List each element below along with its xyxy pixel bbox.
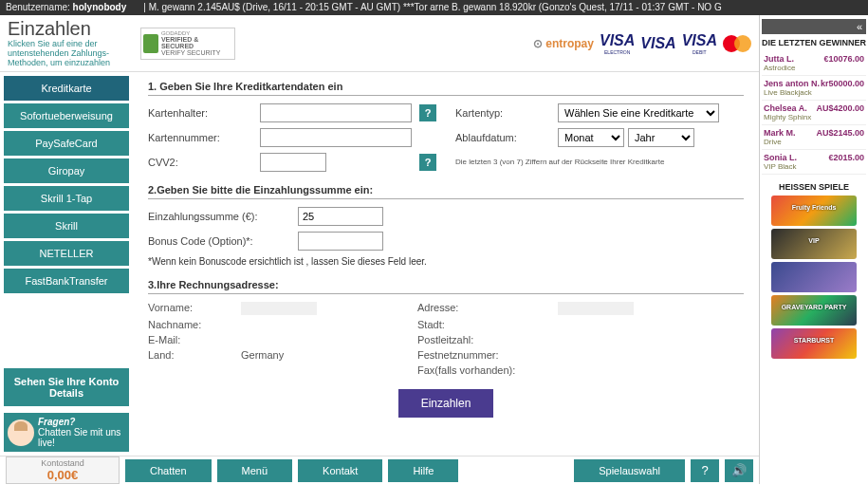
sidebar-item-kreditkarte[interactable]: Kreditkarte bbox=[4, 76, 129, 101]
address-value bbox=[558, 302, 634, 315]
zip-value bbox=[558, 334, 691, 345]
sidebar-item-fastbank[interactable]: FastBankTransfer bbox=[4, 269, 129, 293]
sound-icon[interactable]: 🔊 bbox=[725, 459, 753, 482]
mastercard-icon bbox=[723, 34, 751, 53]
bonus-input[interactable] bbox=[298, 232, 383, 251]
game-thumb[interactable]: VIP bbox=[771, 229, 857, 259]
cvv-input[interactable] bbox=[260, 153, 326, 172]
username-label: Benutzername: bbox=[6, 0, 70, 15]
payment-logos: ⊙ entropay VISAELECTRON VISA VISADEBIT bbox=[533, 32, 751, 55]
sidebar-item-neteller[interactable]: NETELLER bbox=[4, 241, 129, 266]
page-title: Einzahlen bbox=[8, 18, 140, 40]
lock-icon bbox=[143, 34, 158, 53]
lastname-value bbox=[241, 319, 374, 330]
balance-display: Kontostand 0,00€ bbox=[6, 456, 120, 484]
help-icon[interactable]: ? bbox=[419, 154, 436, 171]
hot-games-heading: HEISSEN SPIELE bbox=[762, 182, 866, 192]
sidebar-item-skrill-1tap[interactable]: Skrill 1-Tap bbox=[4, 186, 129, 211]
cardtype-select[interactable]: Wählen Sie eine Kreditkarte bbox=[558, 103, 719, 122]
section-1-heading: 1. Geben Sie Ihre Kreditkartendaten ein bbox=[148, 78, 744, 96]
cardholder-input[interactable] bbox=[260, 103, 412, 122]
cardtype-label: Kartentyp: bbox=[455, 107, 550, 119]
section-2-heading: 2.Geben Sie bitte die Einzahlungssumme e… bbox=[148, 181, 744, 199]
right-sidebar: « DIE LETZTEN GEWINNER Jutta L.€10076.00… bbox=[759, 15, 868, 484]
cardnumber-label: Kartennummer: bbox=[148, 132, 252, 143]
header: Einzahlen Klicken Sie auf eine der unten… bbox=[0, 15, 759, 72]
live-chat-button[interactable]: Fragen?Chatten Sie mit uns live! bbox=[4, 413, 129, 452]
chat-button[interactable]: Chatten bbox=[125, 459, 212, 482]
sidebar-item-skrill[interactable]: Skrill bbox=[4, 214, 129, 238]
sidebar-item-paysafecard[interactable]: PaySafeCard bbox=[4, 131, 129, 156]
sidebar-item-sofort[interactable]: Sofortueberweisung bbox=[4, 103, 129, 128]
lastname-label: Nachname: bbox=[148, 319, 233, 330]
cvv-label: CVV2: bbox=[148, 157, 252, 168]
game-thumb[interactable]: STARBURST bbox=[771, 328, 857, 359]
amount-label: Einzahlungssumme (€): bbox=[148, 211, 290, 222]
ssl-badge[interactable]: GODADDY VERIFIED & SECURED VERIFY SECURI… bbox=[140, 28, 235, 60]
address-label: Adresse: bbox=[417, 302, 550, 315]
bonus-note: *Wenn kein Bonuscode ersichtlich ist , l… bbox=[148, 256, 744, 267]
firstname-label: Vorname: bbox=[148, 302, 233, 315]
winner-item[interactable]: Chelsea A.AU$4200.00Mighty Sphinx bbox=[762, 101, 866, 125]
top-bar: Benutzername: holynobody | M. gewann 2.1… bbox=[0, 0, 868, 15]
email-value bbox=[241, 334, 374, 345]
amount-input[interactable] bbox=[298, 207, 383, 226]
phone-label: Festnetznummer: bbox=[417, 349, 550, 361]
help-button[interactable]: Hilfe bbox=[388, 459, 458, 482]
avatar-icon bbox=[8, 419, 34, 446]
fax-label: Fax(falls vorhanden): bbox=[417, 364, 550, 376]
game-thumb[interactable]: GRAVEYARD PARTY bbox=[771, 295, 857, 326]
winner-item[interactable]: Jutta L.€10076.00Astrodice bbox=[762, 51, 866, 76]
section-3-heading: 3.Ihre Rechnungsadresse: bbox=[148, 276, 744, 294]
sidebar-item-giropay[interactable]: Giropay bbox=[4, 158, 129, 183]
cvv-note: Die letzten 3 (von 7) Ziffern auf der Rü… bbox=[455, 158, 729, 167]
menu-button[interactable]: Menü bbox=[217, 459, 293, 482]
question-icon[interactable]: ? bbox=[691, 459, 719, 482]
winners-heading: DIE LETZTEN GEWINNER bbox=[762, 38, 866, 47]
email-label: E-Mail: bbox=[148, 334, 233, 345]
payment-methods-sidebar: Kreditkarte Sofortueberweisung PaySafeCa… bbox=[0, 72, 133, 456]
winner-item[interactable]: Sonia L.€2015.00VIP Black bbox=[762, 150, 866, 175]
expiry-label: Ablaufdatum: bbox=[455, 132, 550, 143]
winner-item[interactable]: Jens anton N.kr50000.00Live Blackjack bbox=[762, 76, 866, 101]
expiry-month-select[interactable]: Monat bbox=[558, 128, 624, 147]
winner-item[interactable]: Mark M.AU$2145.00Drive bbox=[762, 125, 866, 150]
username: holynobody bbox=[73, 0, 127, 15]
games-button[interactable]: Spielauswahl bbox=[574, 459, 685, 482]
cardholder-label: Kartenhalter: bbox=[148, 107, 252, 119]
game-thumb[interactable]: Fruity Friends bbox=[771, 196, 857, 226]
phone-value bbox=[558, 349, 691, 361]
submit-deposit-button[interactable]: Einzahlen bbox=[398, 389, 494, 418]
cardnumber-input[interactable] bbox=[260, 128, 412, 147]
bottom-bar: Kontostand 0,00€ Chatten Menü Kontakt Hi… bbox=[0, 456, 759, 484]
city-value bbox=[558, 319, 691, 330]
page-subtitle: Klicken Sie auf eine der untenstehenden … bbox=[8, 40, 140, 68]
city-label: Stadt: bbox=[417, 319, 550, 330]
contact-button[interactable]: Kontakt bbox=[298, 459, 382, 482]
zip-label: Postleitzahl: bbox=[417, 334, 550, 345]
expiry-year-select[interactable]: Jahr bbox=[628, 128, 694, 147]
firstname-value bbox=[241, 302, 317, 315]
ticker: | M. gewann 2.145AU$ (Drive, 16/11 - 20:… bbox=[143, 0, 721, 15]
bonus-label: Bonus Code (Option)*: bbox=[148, 235, 290, 247]
deposit-form: 1. Geben Sie Ihre Kreditkartendaten ein … bbox=[133, 72, 759, 456]
fax-value bbox=[558, 364, 691, 376]
account-details-button[interactable]: Sehen Sie Ihre Konto Details bbox=[4, 368, 129, 406]
help-icon[interactable]: ? bbox=[419, 104, 436, 121]
game-thumb[interactable] bbox=[771, 262, 857, 292]
country-label: Land: bbox=[148, 349, 233, 361]
collapse-sidebar-button[interactable]: « bbox=[762, 19, 866, 34]
country-value: Germany bbox=[241, 349, 374, 361]
